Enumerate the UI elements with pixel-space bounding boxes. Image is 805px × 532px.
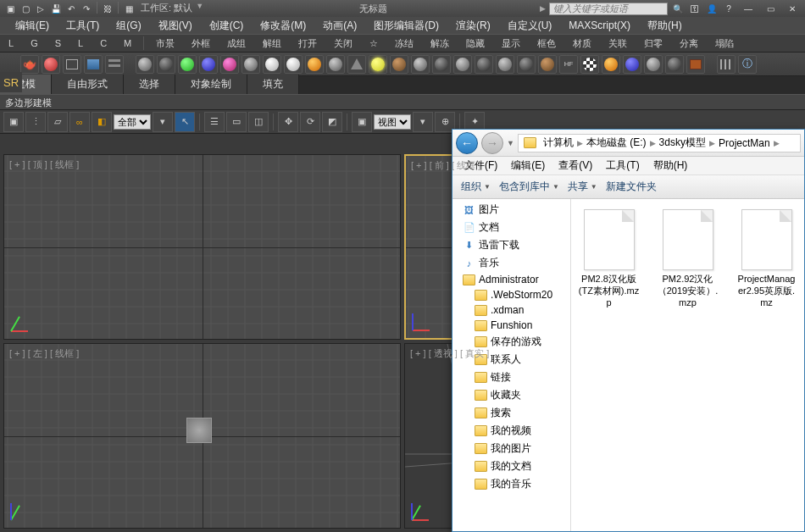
- mat-sph-5[interactable]: [220, 55, 239, 74]
- breadcrumb-segment[interactable]: 计算机: [540, 136, 577, 150]
- signin-icon[interactable]: 👤: [705, 2, 719, 15]
- ribbon-command[interactable]: 塌陷: [707, 36, 742, 52]
- mode-link-icon[interactable]: ∞: [69, 112, 90, 132]
- name-sel-icon[interactable]: ☰: [204, 112, 225, 132]
- menu-item[interactable]: MAXScript(X): [560, 18, 639, 33]
- redo-icon[interactable]: ↷: [80, 2, 93, 15]
- ribbon-command[interactable]: 材质: [564, 36, 600, 52]
- tab[interactable]: 自由形式: [52, 75, 124, 94]
- chevron-down-icon[interactable]: ▼: [196, 2, 203, 15]
- ribbon-letter[interactable]: G: [22, 36, 47, 50]
- mat-sun-icon[interactable]: [369, 55, 387, 74]
- mat-sph-17[interactable]: [517, 55, 536, 74]
- ribbon-command[interactable]: 外框: [183, 36, 219, 52]
- mat-sph-15[interactable]: [475, 55, 493, 74]
- menu-item[interactable]: 编辑(E): [7, 17, 58, 35]
- menu-item[interactable]: 帮助(H): [639, 17, 691, 35]
- ribbon-command[interactable]: 分离: [671, 36, 707, 52]
- undo-icon[interactable]: ↶: [64, 2, 78, 15]
- scale-tool[interactable]: ◩: [322, 112, 342, 132]
- filter-select-all[interactable]: 全部: [114, 114, 151, 130]
- window-cross-icon[interactable]: ◫: [248, 112, 269, 132]
- menu-item[interactable]: 渲染(R): [447, 17, 499, 35]
- rotate-tool[interactable]: ⟳: [300, 112, 320, 132]
- new-icon[interactable]: ▢: [19, 2, 32, 15]
- save-icon[interactable]: 💾: [49, 2, 63, 15]
- breadcrumb-segment[interactable]: 3dsky模型: [656, 136, 709, 150]
- ribbon-command[interactable]: 显示: [493, 36, 529, 52]
- mat-box-icon[interactable]: [63, 55, 81, 74]
- coord-opt-icon[interactable]: ▾: [413, 112, 433, 132]
- help-icon[interactable]: ?: [722, 2, 736, 15]
- close-button[interactable]: ✕: [783, 3, 802, 14]
- mat-sph-10[interactable]: [326, 55, 345, 74]
- nav-forward-button[interactable]: →: [481, 132, 503, 154]
- search-input[interactable]: [549, 3, 668, 15]
- viewcube[interactable]: [186, 418, 212, 443]
- tree-item[interactable]: Funshion: [452, 318, 570, 333]
- ribbon-letter[interactable]: M: [115, 36, 140, 50]
- breadcrumb[interactable]: 计算机▶本地磁盘 (E:)▶3dsky模型▶ProjectMan▶: [518, 134, 801, 152]
- viewport-left[interactable]: [ + ] [ 左 ] [ 线框 ]: [3, 343, 401, 529]
- sel-filter-icon[interactable]: ▾: [153, 112, 173, 132]
- explorer-tool-item[interactable]: 新建文件夹: [606, 180, 657, 194]
- binoculars-icon[interactable]: 🔍: [671, 2, 685, 15]
- file-item[interactable]: PM2.8汉化版(TZ素材网).mzp: [578, 209, 640, 308]
- explorer-menu-item[interactable]: 帮助(H): [648, 158, 693, 173]
- menu-item[interactable]: 动画(A): [314, 17, 365, 35]
- mat-sph-3[interactable]: [178, 55, 197, 74]
- mode-edge-icon[interactable]: ▱: [47, 112, 68, 132]
- folder-tree[interactable]: 🖼图片📄文档⬇迅雷下载♪音乐Administrator.WebStorm20.x…: [452, 199, 571, 531]
- menu-item[interactable]: 组(G): [108, 17, 149, 35]
- ribbon-command[interactable]: 市景: [147, 36, 183, 52]
- mat-grid-icon[interactable]: [717, 55, 736, 74]
- workspace-selector[interactable]: 工作区: 默认: [141, 2, 192, 15]
- breadcrumb-segment[interactable]: ProjectMan: [715, 137, 774, 149]
- ribbon-letter[interactable]: L: [0, 36, 22, 50]
- file-list[interactable]: PM2.8汉化版(TZ素材网).mzpPM2.92汉化（2019安装）.mzpP…: [571, 199, 804, 531]
- viewport-top[interactable]: [ + ] [ 顶 ] [ 线框 ]: [3, 154, 401, 340]
- mat-sph-23[interactable]: [665, 55, 684, 74]
- mat-sph-14[interactable]: [453, 55, 472, 74]
- ribbon-command[interactable]: 关闭: [325, 36, 361, 52]
- mat-sph-16[interactable]: [496, 55, 514, 74]
- chevron-down-icon[interactable]: ▼: [507, 139, 514, 147]
- open-icon[interactable]: ▷: [34, 2, 47, 15]
- mat-sph-21[interactable]: [623, 55, 641, 74]
- tree-item[interactable]: ⬇迅雷下载: [452, 236, 570, 254]
- mat-sph-8[interactable]: [284, 55, 303, 74]
- snap-icon[interactable]: ▣: [352, 112, 372, 132]
- mat-sph-20[interactable]: [602, 55, 620, 74]
- mat-info-icon[interactable]: ⓘ: [738, 55, 757, 74]
- mat-sph-11[interactable]: [390, 55, 408, 74]
- menu-item[interactable]: 图形编辑器(D): [365, 17, 447, 35]
- mat-ui2-icon[interactable]: [105, 55, 124, 74]
- tree-item[interactable]: 收藏夹: [452, 386, 570, 404]
- move-tool[interactable]: ✥: [278, 112, 298, 132]
- minimize-button[interactable]: —: [739, 3, 758, 14]
- mat-cone-icon[interactable]: [347, 55, 366, 74]
- tab[interactable]: 填充: [247, 75, 299, 94]
- mode-obj-icon[interactable]: ▣: [3, 112, 24, 132]
- explorer-tool-item[interactable]: 共享▼: [568, 180, 597, 194]
- tree-item[interactable]: Administrator: [452, 272, 570, 287]
- tab[interactable]: 选择: [124, 75, 175, 94]
- tree-item[interactable]: 🖼图片: [452, 201, 570, 219]
- ribbon-letter[interactable]: C: [92, 36, 115, 50]
- ribbon-command[interactable]: 成组: [219, 36, 254, 52]
- ribbon-command[interactable]: 隐藏: [458, 36, 493, 52]
- ribbon-letter[interactable]: S: [47, 36, 69, 50]
- menu-item[interactable]: 工具(T): [58, 17, 108, 35]
- key-icon[interactable]: ⚿: [688, 2, 702, 15]
- file-item[interactable]: PM2.92汉化（2019安装）.mzp: [657, 209, 719, 308]
- ribbon-command[interactable]: 解冻: [422, 36, 458, 52]
- ribbon-command[interactable]: 归零: [636, 36, 671, 52]
- menu-item[interactable]: 修改器(M): [252, 17, 314, 35]
- mat-hf-icon[interactable]: HF: [559, 55, 578, 74]
- mode-face-icon[interactable]: ◧: [92, 112, 112, 132]
- coord-select[interactable]: 视图: [374, 114, 411, 130]
- tree-item[interactable]: 📄文档: [452, 219, 570, 236]
- ribbon-command[interactable]: 解组: [254, 36, 290, 52]
- explorer-menu-item[interactable]: 工具(T): [601, 158, 644, 173]
- menu-item[interactable]: 创建(C): [201, 17, 253, 35]
